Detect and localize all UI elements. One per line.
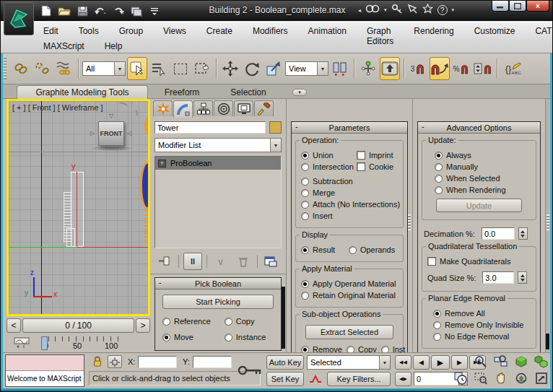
operands-radio[interactable] bbox=[349, 246, 357, 254]
track-bar[interactable]: 0 50 100 bbox=[6, 335, 150, 352]
selection-lock-icon[interactable] bbox=[90, 355, 105, 368]
advanced-options-rollout-header[interactable]: -Advanced Options bbox=[418, 122, 540, 134]
manually-radio[interactable] bbox=[435, 163, 443, 171]
window-crossing-toggle-icon[interactable] bbox=[192, 57, 212, 80]
tab-utilities[interactable] bbox=[254, 100, 274, 116]
reference-coordinate-system-dropdown[interactable]: View▼ bbox=[285, 61, 328, 76]
viewcube-up-arrow[interactable]: ▽ bbox=[109, 113, 113, 119]
column-grip[interactable] bbox=[408, 214, 411, 230]
default-key-tangents-icon[interactable] bbox=[307, 372, 324, 386]
viewcube-left-arrow[interactable]: ▷ bbox=[90, 130, 95, 136]
play-button[interactable]: ▶ bbox=[431, 355, 450, 370]
spinner-snap-toggle-icon[interactable] bbox=[473, 57, 493, 80]
maximize-viewport-toggle-icon[interactable] bbox=[532, 371, 550, 386]
y-coordinate-field[interactable] bbox=[193, 356, 232, 368]
modifier-stack-item-proboolean[interactable]: + ProBoolean bbox=[155, 157, 281, 170]
selection-set-dropdown[interactable]: Selected▼ bbox=[307, 355, 391, 370]
scrollbar-grip[interactable] bbox=[547, 214, 549, 230]
union-radio[interactable] bbox=[301, 152, 309, 160]
pan-hand-icon[interactable] bbox=[492, 371, 510, 386]
search-dropdown-icon[interactable]: ▾ bbox=[384, 7, 387, 13]
go-to-start-button[interactable]: ◀◀ bbox=[395, 355, 412, 370]
front-viewport[interactable]: [ + ] [ Front ] [ Wireframe ] ▽ ▷ ◁ FRON… bbox=[6, 99, 150, 316]
bind-to-space-warp-icon[interactable] bbox=[54, 57, 74, 80]
ribbon-tab-graphite-modeling-tools[interactable]: Graphite Modeling Tools bbox=[17, 85, 148, 99]
reference-radio[interactable] bbox=[162, 318, 170, 326]
show-end-result-icon[interactable]: II bbox=[183, 253, 201, 270]
object-color-swatch[interactable] bbox=[269, 121, 282, 134]
minimize-button[interactable] bbox=[492, 1, 509, 12]
select-and-rotate-icon[interactable] bbox=[242, 57, 262, 80]
maxscript-mini-listener[interactable]: Welcome to MAXScript bbox=[5, 354, 84, 387]
tab-modify[interactable] bbox=[173, 100, 193, 118]
unlink-selection-icon[interactable] bbox=[32, 57, 53, 80]
tab-motion[interactable] bbox=[214, 100, 233, 116]
menu-graph-editors[interactable]: Graph Editors bbox=[365, 25, 396, 48]
undo-icon[interactable] bbox=[92, 4, 108, 18]
set-keys-key-icon[interactable] bbox=[236, 354, 264, 386]
time-slider-handle[interactable]: 0 / 100 bbox=[22, 318, 134, 333]
select-object-button[interactable] bbox=[127, 57, 147, 80]
track-bar-frame-slider[interactable] bbox=[41, 336, 48, 350]
redo-icon[interactable] bbox=[110, 4, 126, 18]
pick-boolean-rollout-header[interactable]: -Pick Boolean bbox=[155, 278, 281, 289]
save-file-icon[interactable] bbox=[74, 4, 90, 18]
orbit-icon[interactable] bbox=[512, 371, 530, 386]
tab-create[interactable] bbox=[153, 100, 173, 116]
rectangular-selection-region-icon[interactable] bbox=[170, 57, 191, 80]
always-radio[interactable] bbox=[435, 152, 443, 160]
subscription-key-icon[interactable] bbox=[391, 4, 403, 17]
absolute-offset-mode-icon[interactable] bbox=[108, 355, 122, 368]
menu-cat[interactable]: CAT bbox=[533, 25, 553, 48]
edit-named-selection-sets-icon[interactable]: {} ABC bbox=[501, 57, 526, 80]
remove-modifier-icon[interactable] bbox=[234, 253, 252, 270]
zoom-icon[interactable] bbox=[471, 354, 489, 369]
instance-radio[interactable] bbox=[225, 334, 232, 341]
move-radio[interactable] bbox=[162, 334, 170, 341]
make-quadrilaterals-checkbox[interactable] bbox=[427, 257, 436, 266]
communication-center-icon[interactable] bbox=[407, 4, 418, 17]
menu-animation[interactable]: Animation bbox=[306, 25, 349, 48]
project-folder-icon[interactable] bbox=[129, 4, 144, 18]
open-file-icon[interactable] bbox=[56, 4, 72, 18]
use-pivot-point-center-icon[interactable] bbox=[330, 57, 350, 80]
modifier-stack[interactable]: + ProBoolean bbox=[154, 156, 282, 248]
start-picking-button[interactable]: Start Picking bbox=[162, 295, 274, 309]
mini-curve-editor-icon[interactable] bbox=[14, 337, 30, 352]
application-menu-button[interactable] bbox=[4, 2, 34, 35]
extract-selected-button[interactable]: Extract Selected bbox=[305, 325, 393, 339]
tab-display[interactable] bbox=[234, 100, 253, 116]
no-edge-removal-radio[interactable] bbox=[433, 333, 441, 341]
set-key-button[interactable]: Set Key bbox=[266, 372, 304, 386]
menu-create[interactable]: Create bbox=[204, 25, 235, 48]
ribbon-tab-selection[interactable]: Selection bbox=[223, 85, 274, 99]
favorites-star-icon[interactable] bbox=[422, 4, 433, 17]
configure-modifier-sets-icon[interactable] bbox=[262, 253, 280, 270]
object-name-field[interactable]: Tower bbox=[154, 121, 266, 134]
insert-radio[interactable] bbox=[301, 212, 309, 220]
menu-rendering[interactable]: Rendering bbox=[412, 25, 456, 48]
menu-views[interactable]: Views bbox=[161, 25, 188, 48]
decimation-field[interactable]: 0.0 bbox=[482, 227, 515, 240]
auto-key-button[interactable]: Auto Key bbox=[266, 355, 304, 370]
parameters-rollout-header[interactable]: -Parameters bbox=[292, 122, 407, 134]
key-mode-toggle[interactable]: ◀▶ bbox=[395, 372, 412, 386]
viewport-label[interactable]: [ + ] [ Front ] [ Wireframe ] bbox=[12, 103, 103, 112]
remove-only-invisible-radio[interactable] bbox=[433, 321, 441, 329]
zoom-extents-all-icon[interactable] bbox=[532, 354, 550, 369]
snap-toggle-3d-icon[interactable]: 3 bbox=[408, 57, 428, 80]
tab-hierarchy[interactable] bbox=[193, 100, 213, 116]
merge-radio[interactable] bbox=[301, 189, 309, 197]
remove-all-radio[interactable] bbox=[433, 310, 441, 318]
panel-scrollbar-thumb[interactable] bbox=[282, 287, 285, 349]
previous-frame-button[interactable]: ◀ bbox=[413, 355, 430, 370]
time-slider-next-button[interactable]: > bbox=[136, 318, 150, 333]
key-filters-button[interactable]: Key Filters... bbox=[327, 372, 391, 386]
select-and-scale-icon[interactable] bbox=[264, 57, 284, 80]
when-selected-radio[interactable] bbox=[435, 175, 443, 183]
ribbon-collapse-button[interactable]: ▼ bbox=[292, 89, 307, 96]
infocenter-collapse-icon[interactable]: ◂ bbox=[358, 7, 361, 14]
cookie-checkbox[interactable] bbox=[357, 162, 365, 171]
new-scene-icon[interactable] bbox=[38, 4, 54, 18]
subtraction-radio[interactable] bbox=[301, 178, 309, 186]
